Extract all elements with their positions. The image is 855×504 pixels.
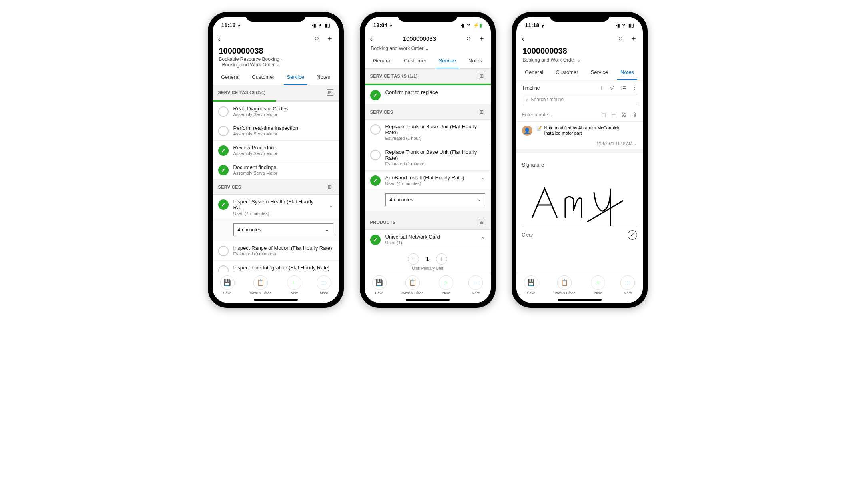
add-task-icon[interactable]: ⊞ bbox=[327, 89, 333, 96]
chevron-down-icon[interactable]: ⌄ bbox=[634, 141, 637, 146]
search-icon[interactable]: ⌕ bbox=[315, 34, 319, 43]
tab-service[interactable]: Service bbox=[436, 54, 459, 68]
tab-notes[interactable]: Notes bbox=[617, 65, 637, 80]
more-button[interactable]: ⋯More bbox=[468, 275, 483, 295]
check-circle-checked[interactable] bbox=[218, 199, 229, 210]
check-circle[interactable] bbox=[218, 126, 229, 136]
avatar: 👤 bbox=[522, 126, 532, 136]
timeline-header: Timeline ＋ ▽ ↕≡ ⋮ bbox=[516, 80, 643, 94]
check-circle-checked[interactable] bbox=[218, 165, 229, 175]
task-item[interactable]: Perform real-time inspection Assembly Se… bbox=[213, 121, 339, 141]
new-button[interactable]: ＋New bbox=[287, 275, 301, 295]
tab-service[interactable]: Service bbox=[284, 70, 307, 85]
save-button[interactable]: 💾Save bbox=[220, 275, 235, 295]
check-circle[interactable] bbox=[218, 246, 229, 256]
note-timestamp: 1/14/2021 11:18 AM ⌄ bbox=[516, 140, 643, 149]
tab-notes[interactable]: Notes bbox=[313, 70, 333, 85]
service-item[interactable]: Inspect System Health (Flat Hourly Ra...… bbox=[213, 195, 339, 220]
home-indicator[interactable] bbox=[558, 299, 602, 301]
tab-customer[interactable]: Customer bbox=[249, 70, 277, 85]
signature-confirm-button[interactable]: ✓ bbox=[628, 230, 637, 240]
tab-general[interactable]: General bbox=[370, 54, 395, 68]
task-item[interactable]: Document findings Assembly Servo Motor bbox=[213, 160, 339, 180]
collapse-icon[interactable]: ⌃ bbox=[329, 204, 333, 211]
home-indicator[interactable] bbox=[254, 299, 298, 301]
search-icon[interactable]: ⌕ bbox=[466, 34, 471, 43]
service-item[interactable]: Replace Trunk or Base Unit (Flat Hourly … bbox=[365, 120, 491, 145]
service-item[interactable]: Inspect Line Integration (Flat Hourly Ra… bbox=[213, 261, 339, 272]
check-circle-checked[interactable] bbox=[370, 235, 381, 245]
view-dropdown[interactable]: Booking and Work Order ⌄ bbox=[371, 46, 484, 51]
task-item[interactable]: Review Procedure Assembly Servo Motor bbox=[213, 141, 339, 160]
mic-icon[interactable]: 🎤︎ bbox=[621, 112, 627, 118]
back-button[interactable]: ‹ bbox=[370, 34, 373, 43]
add-icon[interactable]: ＋ bbox=[630, 34, 637, 43]
save-button[interactable]: 💾Save bbox=[524, 275, 538, 295]
check-circle[interactable] bbox=[218, 106, 229, 117]
check-circle[interactable] bbox=[370, 124, 381, 135]
note-input[interactable]: Enter a note... ◻̲ ▭ 🎤︎ 📎︎ bbox=[516, 108, 643, 122]
chevron-down-icon: ⌄ bbox=[325, 227, 329, 233]
check-circle[interactable] bbox=[218, 265, 229, 272]
search-icon[interactable]: ⌕ bbox=[618, 34, 623, 43]
add-service-icon[interactable]: ⊞ bbox=[479, 109, 485, 115]
save-close-button[interactable]: 📋Save & Close bbox=[402, 275, 424, 295]
service-item[interactable]: Replace Trunk or Base Unit (Flat Hourly … bbox=[365, 145, 491, 171]
tab-notes[interactable]: Notes bbox=[465, 54, 485, 68]
product-item[interactable]: Universal Network Card Used (1) ⌃ bbox=[365, 230, 491, 249]
service-item[interactable]: ArmBand Install (Flat Hourly Rate) Used … bbox=[365, 171, 491, 190]
save-close-icon: 📋 bbox=[557, 275, 572, 290]
view-dropdown[interactable]: Booking and Work Order ⌄ bbox=[523, 57, 636, 63]
tab-general[interactable]: General bbox=[218, 70, 243, 85]
decrement-button[interactable]: − bbox=[408, 253, 419, 265]
task-item[interactable]: Confirm part to replace bbox=[365, 85, 491, 105]
collapse-icon[interactable]: ⌃ bbox=[480, 177, 485, 183]
task-item[interactable]: Read Diagnostic Codes Assembly Servo Mot… bbox=[213, 102, 339, 121]
camera-icon[interactable]: ◻̲ bbox=[602, 112, 606, 118]
attach-icon[interactable]: 📎︎ bbox=[632, 112, 637, 118]
tab-customer[interactable]: Customer bbox=[401, 54, 429, 68]
check-circle[interactable] bbox=[370, 150, 381, 160]
check-circle-checked[interactable] bbox=[370, 90, 381, 100]
tab-customer[interactable]: Customer bbox=[552, 65, 581, 80]
increment-button[interactable]: ＋ bbox=[436, 253, 447, 265]
check-circle-checked[interactable] bbox=[218, 145, 229, 156]
add-product-icon[interactable]: ⊞ bbox=[479, 219, 485, 225]
more-button[interactable]: ⋯More bbox=[620, 275, 635, 295]
new-button[interactable]: ＋New bbox=[591, 275, 605, 295]
timeline-menu-icon[interactable]: ⋮ bbox=[632, 84, 637, 92]
duration-dropdown[interactable]: 45 minutes ⌄ bbox=[385, 193, 485, 206]
add-icon[interactable]: ＋ bbox=[326, 34, 333, 43]
tabs: General Customer Service Notes bbox=[213, 70, 339, 85]
service-item[interactable]: Inspect Range of Motion (Flat Hourly Rat… bbox=[213, 241, 339, 261]
timeline-add-icon[interactable]: ＋ bbox=[598, 84, 604, 92]
back-button[interactable]: ‹ bbox=[522, 34, 525, 43]
add-task-icon[interactable]: ⊞ bbox=[479, 73, 485, 79]
duration-dropdown[interactable]: 45 minutes ⌄ bbox=[233, 223, 333, 236]
view-dropdown[interactable]: Booking and Work Order ⌄ bbox=[219, 62, 333, 68]
video-icon[interactable]: ▭ bbox=[611, 112, 616, 118]
tab-general[interactable]: General bbox=[522, 65, 546, 80]
add-icon[interactable]: ＋ bbox=[478, 34, 485, 43]
tab-service[interactable]: Service bbox=[588, 65, 611, 80]
save-button[interactable]: 💾Save bbox=[372, 275, 387, 295]
more-button[interactable]: ⋯More bbox=[317, 275, 331, 295]
back-button[interactable]: ‹ bbox=[218, 34, 221, 43]
timeline-filter-icon[interactable]: ▽ bbox=[610, 84, 614, 92]
save-close-button[interactable]: 📋Save & Close bbox=[250, 275, 272, 295]
plus-icon: ＋ bbox=[591, 275, 605, 290]
phone-3: 11:18 ▪▮ ᯤ ▮▯ ‹ ⌕ ＋ 1000000038 Booking a… bbox=[512, 12, 648, 308]
note-item[interactable]: 👤 📝 Note modified by Abraham McCormick I… bbox=[516, 122, 643, 140]
bottom-bar: 💾Save 📋Save & Close ＋New ⋯More bbox=[516, 272, 643, 297]
collapse-icon[interactable]: ⌃ bbox=[480, 236, 485, 243]
signature-canvas[interactable] bbox=[522, 171, 637, 227]
add-service-icon[interactable]: ⊞ bbox=[327, 184, 333, 190]
timeline-sort-icon[interactable]: ↕≡ bbox=[620, 84, 626, 92]
save-close-button[interactable]: 📋Save & Close bbox=[554, 275, 576, 295]
timeline-search-input[interactable]: ⌕ Search timeline bbox=[522, 94, 637, 105]
check-circle-checked[interactable] bbox=[370, 175, 381, 186]
home-indicator[interactable] bbox=[406, 299, 450, 301]
signature-clear-button[interactable]: Clear bbox=[522, 232, 534, 238]
battery-charging-icon: ⚡▮ bbox=[473, 22, 482, 28]
new-button[interactable]: ＋New bbox=[439, 275, 453, 295]
